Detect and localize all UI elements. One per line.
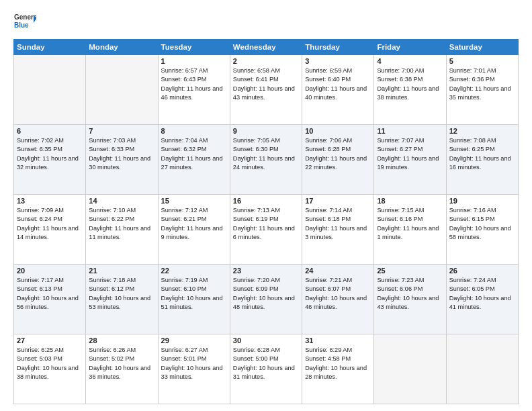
daylight: Daylight: 10 hours and 33 minutes.	[161, 365, 223, 380]
day-cell: 12Sunrise: 7:08 AMSunset: 6:25 PMDayligh…	[446, 125, 518, 195]
day-number: 17	[305, 197, 371, 205]
week-row-1: 1Sunrise: 6:57 AMSunset: 6:43 PMDaylight…	[14, 55, 519, 125]
col-header-wednesday: Wednesday	[230, 40, 302, 55]
day-info: Sunrise: 6:27 AMSunset: 5:01 PMDaylight:…	[161, 346, 227, 381]
day-info: Sunrise: 7:01 AMSunset: 6:36 PMDaylight:…	[449, 66, 515, 102]
day-info: Sunrise: 7:20 AMSunset: 6:09 PMDaylight:…	[233, 276, 299, 312]
sunset: Sunset: 6:30 PM	[233, 146, 279, 152]
daylight: Daylight: 11 hours and 6 minutes.	[233, 225, 295, 240]
daylight: Daylight: 11 hours and 9 minutes.	[161, 225, 223, 240]
sunset: Sunset: 5:03 PM	[17, 355, 62, 362]
day-info: Sunrise: 7:23 AMSunset: 6:06 PMDaylight:…	[377, 276, 443, 312]
day-number: 7	[89, 127, 154, 135]
sunrise: Sunrise: 7:14 AM	[305, 207, 352, 214]
day-number: 5	[449, 57, 515, 65]
sunset: Sunset: 6:07 PM	[305, 285, 351, 292]
sunset: Sunset: 6:25 PM	[449, 146, 495, 152]
sunset: Sunset: 6:43 PM	[161, 76, 207, 83]
day-number: 23	[233, 267, 299, 275]
day-cell: 16Sunrise: 7:13 AMSunset: 6:19 PMDayligh…	[230, 195, 302, 265]
week-row-3: 13Sunrise: 7:09 AMSunset: 6:24 PMDayligh…	[14, 195, 519, 265]
sunrise: Sunrise: 7:18 AM	[89, 277, 136, 283]
day-cell	[86, 55, 158, 125]
day-cell: 1Sunrise: 6:57 AMSunset: 6:43 PMDaylight…	[158, 55, 230, 125]
sunrise: Sunrise: 6:26 AM	[89, 347, 136, 353]
sunset: Sunset: 6:16 PM	[377, 216, 423, 222]
day-info: Sunrise: 7:00 AMSunset: 6:38 PMDaylight:…	[377, 66, 443, 102]
sunset: Sunset: 6:27 PM	[377, 146, 423, 152]
col-header-saturday: Saturday	[446, 40, 518, 55]
daylight: Daylight: 10 hours and 48 minutes.	[233, 295, 295, 310]
day-number: 14	[89, 197, 154, 205]
day-info: Sunrise: 6:58 AMSunset: 6:41 PMDaylight:…	[233, 66, 299, 102]
daylight: Daylight: 10 hours and 36 minutes.	[89, 365, 150, 380]
sunset: Sunset: 4:58 PM	[305, 355, 351, 362]
day-cell: 9Sunrise: 7:05 AMSunset: 6:30 PMDaylight…	[230, 125, 302, 195]
page: General Blue SundayMondayTuesdayWednesda…	[0, 0, 532, 411]
day-cell: 20Sunrise: 7:17 AMSunset: 6:13 PMDayligh…	[14, 265, 86, 334]
day-number: 24	[305, 267, 371, 275]
daylight: Daylight: 11 hours and 3 minutes.	[305, 225, 367, 240]
sunrise: Sunrise: 7:13 AM	[233, 207, 280, 214]
sunrise: Sunrise: 7:24 AM	[449, 277, 496, 283]
logo-graphic: General Blue	[13, 11, 36, 34]
sunrise: Sunrise: 7:09 AM	[17, 207, 64, 214]
col-header-sunday: Sunday	[14, 40, 86, 55]
day-number: 26	[449, 267, 515, 275]
daylight: Daylight: 11 hours and 27 minutes.	[161, 155, 223, 171]
day-cell: 14Sunrise: 7:10 AMSunset: 6:22 PMDayligh…	[86, 195, 158, 265]
day-cell: 3Sunrise: 6:59 AMSunset: 6:40 PMDaylight…	[302, 55, 374, 125]
day-cell: 21Sunrise: 7:18 AMSunset: 6:12 PMDayligh…	[86, 265, 158, 334]
sunrise: Sunrise: 6:29 AM	[305, 347, 352, 353]
week-row-2: 6Sunrise: 7:02 AMSunset: 6:35 PMDaylight…	[14, 125, 519, 195]
day-cell: 22Sunrise: 7:19 AMSunset: 6:10 PMDayligh…	[158, 265, 230, 334]
daylight: Daylight: 10 hours and 56 minutes.	[17, 295, 79, 310]
day-number: 6	[17, 127, 83, 135]
day-number: 12	[449, 127, 515, 135]
sunset: Sunset: 6:10 PM	[161, 285, 207, 292]
day-number: 21	[89, 267, 154, 275]
day-info: Sunrise: 7:17 AMSunset: 6:13 PMDaylight:…	[17, 276, 83, 312]
sunset: Sunset: 6:35 PM	[17, 146, 62, 152]
daylight: Daylight: 10 hours and 53 minutes.	[89, 295, 150, 310]
day-info: Sunrise: 7:10 AMSunset: 6:22 PMDaylight:…	[89, 206, 154, 242]
day-info: Sunrise: 7:02 AMSunset: 6:35 PMDaylight:…	[17, 136, 83, 172]
daylight: Daylight: 11 hours and 43 minutes.	[233, 85, 295, 101]
sunrise: Sunrise: 7:12 AM	[161, 207, 208, 214]
day-info: Sunrise: 7:15 AMSunset: 6:16 PMDaylight:…	[377, 206, 443, 242]
sunrise: Sunrise: 6:25 AM	[17, 347, 64, 353]
day-cell: 11Sunrise: 7:07 AMSunset: 6:27 PMDayligh…	[374, 125, 446, 195]
day-cell: 28Sunrise: 6:26 AMSunset: 5:02 PMDayligh…	[86, 334, 158, 404]
sunset: Sunset: 6:22 PM	[89, 216, 134, 222]
calendar-table: SundayMondayTuesdayWednesdayThursdayFrid…	[13, 39, 519, 404]
sunset: Sunset: 6:06 PM	[377, 285, 423, 292]
day-number: 30	[233, 336, 299, 345]
daylight: Daylight: 11 hours and 32 minutes.	[17, 155, 79, 171]
day-number: 9	[233, 127, 299, 135]
daylight: Daylight: 10 hours and 41 minutes.	[449, 295, 511, 310]
sunrise: Sunrise: 7:16 AM	[449, 207, 496, 214]
sunrise: Sunrise: 7:00 AM	[377, 67, 424, 74]
day-number: 13	[17, 197, 83, 205]
sunset: Sunset: 6:15 PM	[449, 216, 495, 222]
daylight: Daylight: 11 hours and 46 minutes.	[161, 85, 223, 101]
day-info: Sunrise: 6:29 AMSunset: 4:58 PMDaylight:…	[305, 346, 371, 381]
sunset: Sunset: 6:24 PM	[17, 216, 62, 222]
sunrise: Sunrise: 7:08 AM	[449, 137, 496, 144]
day-number: 3	[305, 57, 371, 65]
sunrise: Sunrise: 7:17 AM	[17, 277, 64, 283]
daylight: Daylight: 10 hours and 31 minutes.	[233, 365, 295, 380]
sunrise: Sunrise: 7:04 AM	[161, 137, 208, 144]
day-info: Sunrise: 7:09 AMSunset: 6:24 PMDaylight:…	[17, 206, 83, 242]
logo: General Blue	[13, 11, 36, 34]
day-cell: 23Sunrise: 7:20 AMSunset: 6:09 PMDayligh…	[230, 265, 302, 334]
daylight: Daylight: 10 hours and 38 minutes.	[17, 365, 79, 380]
col-header-thursday: Thursday	[302, 40, 374, 55]
week-row-5: 27Sunrise: 6:25 AMSunset: 5:03 PMDayligh…	[14, 334, 519, 404]
day-number: 1	[161, 57, 227, 65]
day-cell: 19Sunrise: 7:16 AMSunset: 6:15 PMDayligh…	[446, 195, 518, 265]
sunset: Sunset: 6:38 PM	[377, 76, 423, 83]
day-number: 4	[377, 57, 443, 65]
day-cell: 29Sunrise: 6:27 AMSunset: 5:01 PMDayligh…	[158, 334, 230, 404]
day-cell: 6Sunrise: 7:02 AMSunset: 6:35 PMDaylight…	[14, 125, 86, 195]
